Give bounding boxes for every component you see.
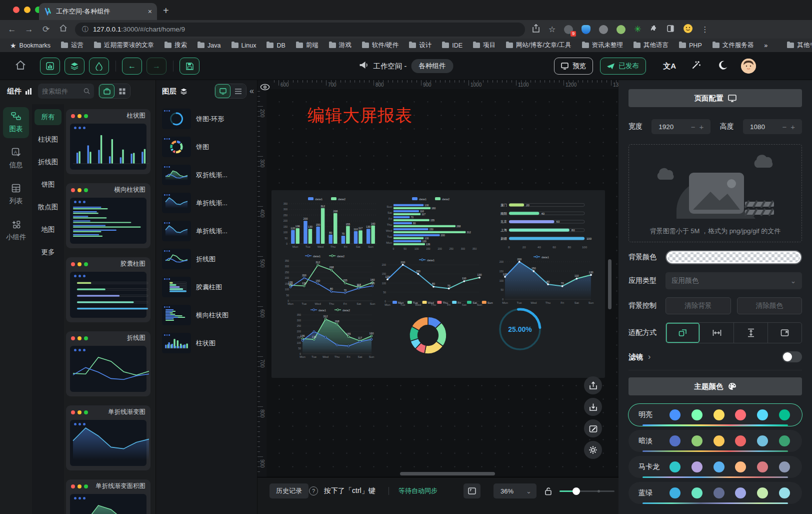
height-decrement[interactable]: − (780, 123, 788, 131)
pin-extension-icon[interactable] (582, 25, 590, 34)
width-increment[interactable]: + (698, 123, 706, 131)
share-icon[interactable] (532, 24, 540, 35)
height-input[interactable]: 1080 − + (743, 119, 802, 134)
minimize-window-button[interactable] (24, 7, 30, 13)
bookmark-item[interactable]: PHP (679, 41, 702, 50)
chart-capsule[interactable]: 厦门20南阳40北京60上海80新疆100020406080100 (494, 198, 596, 249)
bookmarks-root[interactable]: ★ Bookmarks (10, 42, 50, 50)
component-card[interactable]: 柱状图 (66, 109, 150, 174)
profile-avatar[interactable] (683, 24, 693, 36)
theme-color-dot[interactable] (735, 435, 746, 446)
reload-icon[interactable]: ⟳ (41, 24, 51, 35)
theme-color-dot[interactable] (692, 487, 702, 498)
component-card[interactable]: 单折线渐变面积图 (66, 479, 150, 514)
user-avatar[interactable] (741, 59, 756, 74)
sidebar-item-4[interactable]: 小组件 (3, 215, 29, 246)
theme-color-dot[interactable] (779, 435, 790, 446)
theme-color-dot[interactable] (670, 409, 680, 420)
dashboard-group[interactable]: data1data2050100150200250300350Mon120136… (272, 190, 605, 378)
bookmark-item[interactable]: 网站/博客/文章/工具 (506, 41, 571, 50)
bookmarks-overflow-chevron[interactable]: » (764, 42, 768, 49)
bookmark-item[interactable]: 项目 (473, 41, 496, 50)
chart-bar-grouped[interactable]: data1data2050100150200250300350Mon120136… (280, 196, 378, 249)
theme-color-dot[interactable] (692, 435, 702, 446)
tab-close-icon[interactable]: × (148, 8, 152, 16)
horizontal-scrollbar[interactable] (400, 472, 495, 475)
settings-gear-icon[interactable] (584, 441, 602, 459)
collapse-panel-chevron[interactable]: « (250, 87, 254, 96)
theme-color-dot[interactable] (692, 409, 702, 420)
workspace-name-badge[interactable]: 各种组件 (411, 59, 453, 73)
magic-wand-icon[interactable] (691, 60, 701, 72)
theme-color-dot[interactable] (779, 487, 790, 498)
publish-button[interactable]: 已发布 (600, 58, 646, 75)
home-icon[interactable] (58, 24, 68, 35)
search-input[interactable] (42, 88, 81, 95)
theme-color-dot[interactable] (735, 409, 746, 420)
app-home-icon[interactable] (15, 60, 26, 72)
browser-menu-icon[interactable]: ⋮ (702, 25, 709, 34)
theme-row-暗淡[interactable]: 暗淡 (628, 430, 802, 452)
chart-progress-ring[interactable]: 25.00% (492, 303, 552, 357)
bookmark-item[interactable]: 近期需要读的文章 (94, 41, 154, 50)
single-list-view-toggle[interactable] (99, 84, 114, 98)
zoom-level-select[interactable]: 36% ⌄ (494, 483, 536, 498)
other-bookmarks[interactable]: 其他书签 (787, 41, 812, 50)
redo-button[interactable]: → (146, 58, 166, 75)
extension-icon-green-star[interactable]: ✳ (634, 24, 641, 35)
layer-item[interactable]: 单折线渐... (160, 191, 253, 215)
theme-color-dot[interactable] (779, 409, 790, 420)
history-button[interactable]: 历史记录 (270, 483, 308, 498)
close-window-button[interactable] (13, 7, 20, 13)
address-bar[interactable]: ⓘ 127.0.0.1 :3000/#/chart/home/9 (75, 23, 525, 37)
chart-pie-donut[interactable]: MonTueWedThuFriSatSun (390, 299, 500, 369)
theme-color-dot[interactable] (670, 487, 680, 498)
bookmark-item[interactable]: 设计 (409, 41, 432, 50)
chevron-right-icon[interactable]: › (648, 352, 650, 361)
layers-panel-toggle-button[interactable] (64, 58, 84, 75)
theme-color-dot[interactable] (735, 487, 746, 498)
layer-item[interactable]: 单折线渐... (160, 219, 253, 243)
layer-item[interactable]: 横向柱状图 (160, 303, 253, 327)
dark-mode-moon-icon[interactable] (718, 60, 728, 72)
reading-list-icon[interactable] (666, 25, 674, 35)
bookmark-item[interactable]: 运营 (61, 41, 84, 50)
bookmark-item[interactable]: IDE (442, 41, 462, 50)
filter-toggle[interactable] (782, 351, 802, 362)
bookmark-star-icon[interactable]: ☆ (548, 25, 556, 34)
width-input[interactable]: 1920 − + (652, 119, 710, 134)
fit-height-button[interactable] (734, 323, 768, 343)
translate-icon[interactable]: 文A (663, 62, 676, 71)
width-decrement[interactable]: − (689, 123, 698, 131)
layer-list-view-toggle[interactable] (230, 84, 246, 98)
theme-color-dot[interactable] (735, 461, 746, 472)
zoom-slider[interactable] (560, 483, 614, 498)
extension-icon-gray[interactable] (599, 25, 608, 34)
theme-color-dot[interactable] (757, 435, 768, 446)
edit-icon[interactable] (584, 419, 602, 437)
grid-view-toggle[interactable] (114, 84, 130, 98)
category-item[interactable]: 更多 (34, 244, 62, 260)
component-card[interactable]: 横向柱状图 (66, 183, 150, 248)
bookmark-item[interactable]: Linux (232, 41, 256, 50)
fit-stretch-button[interactable] (768, 323, 802, 343)
fit-scale-button[interactable] (666, 323, 700, 343)
bookmark-item[interactable]: 软件/硬件 (362, 41, 398, 50)
bookmark-item[interactable]: 游戏 (329, 41, 352, 50)
forward-icon[interactable]: → (24, 25, 34, 35)
bookmark-item[interactable]: 其他语言 (634, 41, 668, 50)
category-item[interactable]: 所有 (34, 109, 62, 125)
preview-button[interactable]: 预览 (554, 58, 593, 75)
details-panel-toggle-button[interactable] (89, 58, 109, 75)
back-icon[interactable]: ← (7, 25, 17, 35)
layer-item[interactable]: 饼图 (160, 135, 253, 159)
theme-color-dot[interactable] (670, 461, 680, 472)
background-upload-dropzone[interactable]: 背景图需小于 5M ，格式为 png/jpg/gif 的文件 (628, 144, 802, 242)
clear-background-button[interactable]: 清除背景 (666, 297, 731, 314)
lock-icon[interactable] (544, 483, 552, 498)
theme-color-dot[interactable] (670, 435, 680, 446)
help-icon[interactable]: ? (309, 483, 318, 498)
slider-knob[interactable] (572, 487, 580, 495)
theme-color-dot[interactable] (692, 461, 702, 472)
undo-button[interactable]: ← (122, 58, 142, 75)
